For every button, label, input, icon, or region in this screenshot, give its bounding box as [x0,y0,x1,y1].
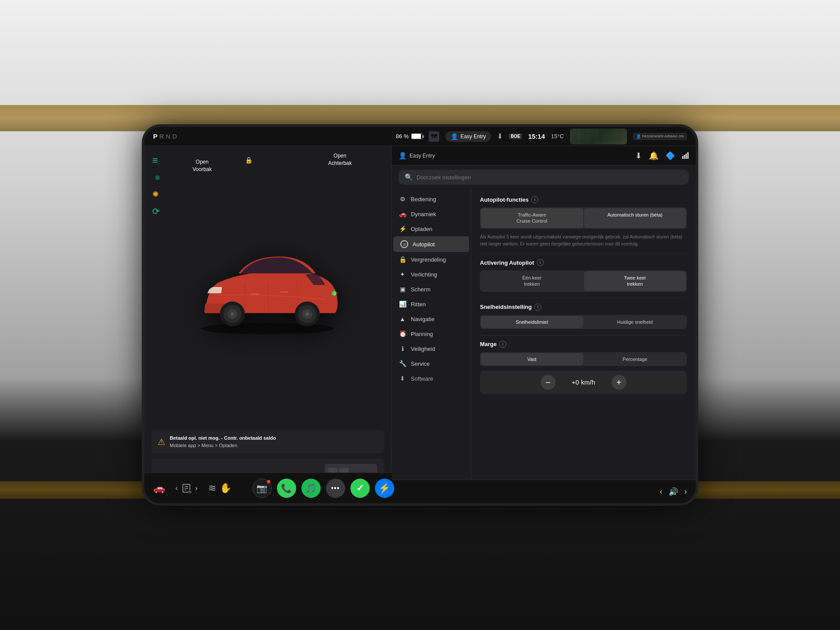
app-check[interactable]: ✓ [350,479,370,498]
snelheidslimiet-label: Snelheidslimiet [516,319,548,325]
easy-entry-label-right: Easy Entry [410,153,435,159]
sidebar-item-ritten[interactable]: 📊 Ritten [392,297,471,312]
activering-btn-group: Één keertrekken Twee keertrekken [480,270,687,292]
easy-entry-right[interactable]: 👤 Easy Entry [399,152,435,160]
functies-btn-group: Traffic-AwareCruise Control Automatisch … [480,207,687,229]
snelheid-title: Snelheidsinstelling i [480,304,687,311]
autopilot-functies-title: Autopilot-functies i [480,196,687,203]
functies-info-icon[interactable]: i [531,196,538,203]
sidebar-item-verlichting[interactable]: ✦ Verlichting [392,267,471,282]
car-view-btn[interactable]: 🚗 [153,480,165,497]
sidebar-item-vergrendeling[interactable]: 🔒 Vergrendeling [392,252,471,267]
search-bar[interactable]: 🔍 [399,170,689,185]
description-text: Als Autopilot 5 keer wordt uitgeschakeld… [480,234,682,246]
hazard-icon[interactable]: ✺ [152,189,160,199]
map-area[interactable] [570,129,627,144]
sidebar-item-software[interactable]: ⬇ Software [392,371,471,386]
automatisch-sturen-btn[interactable]: Automatisch sturen (bèta) [584,208,686,228]
traffic-aware-btn[interactable]: Traffic-AwareCruise Control [481,208,583,228]
easy-entry-badge-top[interactable]: 👤 Easy Entry [445,131,491,142]
hand-heat-icon[interactable]: ✋ [220,480,231,496]
charging-icon[interactable]: ⟳ [152,206,160,217]
vast-btn[interactable]: Vast [481,353,583,365]
functies-title-text: Autopilot-functies [480,196,528,203]
prev-audio-btn[interactable]: ‹ [660,487,662,496]
sidebar-item-navigatie[interactable]: ▲ Navigatie [392,312,471,326]
status-bar: PRND 86 % 🗺 👤 Easy Entr [144,127,696,146]
sidebar-item-scherm[interactable]: ▣ Scherm [392,282,471,297]
marge-info-icon[interactable]: i [499,341,506,348]
settings-top-bar: 👤 Easy Entry ⬇ 🔔 🔷 [392,146,696,165]
time-display: 15:14 [528,133,545,140]
bluetooth-icon-header[interactable]: 🔷 [665,151,675,161]
ritten-icon: 📊 [399,301,406,308]
app-bluetooth[interactable]: ⚡ [375,479,394,498]
sidebar-item-planning[interactable]: ⏰ Planning [392,326,471,341]
sidebar-item-service[interactable]: 🔧 Service [392,356,471,371]
huidige-snelheid-label: Huidige snelheid [617,319,653,325]
activering-info-icon[interactable]: i [537,259,544,266]
volume-icon[interactable]: 🔊 [668,487,678,497]
huidige-snelheid-btn[interactable]: Huidige snelheid [584,316,686,328]
sidebar-item-autopilot[interactable]: ◎ Autopilot [393,236,469,252]
lock-icon: 🔒 [245,157,252,164]
activering-title: Activering Autopilot i [480,259,687,266]
app-camera[interactable]: 📷 [252,479,272,498]
een-keer-btn[interactable]: Één keertrekken [481,271,583,291]
open-achterbak-label[interactable]: Open Achterbak [328,152,352,167]
service-label: Service [411,360,430,367]
map-thumbnail[interactable]: 🗺 [429,131,439,142]
veiligheid-icon: ℹ [399,345,406,352]
search-input[interactable] [416,174,682,181]
svg-rect-14 [251,293,259,295]
warning-sub-text: Mobiele app > Menu > Opladen [170,443,237,448]
boe-badge: BOE [509,133,522,139]
svg-point-11 [305,312,309,315]
twee-keer-btn[interactable]: Twee keertrekken [584,271,686,291]
next-audio-btn[interactable]: › [684,487,687,496]
app-more[interactable]: ••• [326,479,345,498]
navigatie-icon: ▲ [399,315,406,322]
app-media[interactable]: 🎵 [301,479,321,498]
service-icon: 🔧 [399,360,406,367]
app-phone[interactable]: 📞 [277,479,296,498]
plus-label: + [616,378,622,387]
passenger-airbag-indicator: 👤 PASSENGER AIRBAG ON [633,133,687,140]
main-content: ≡ ≡ ✺ ⟳ Open Voorbak 🔒 [144,146,696,503]
sidebar-item-veiligheid[interactable]: ℹ Veiligheid [392,341,471,356]
open-voorbak-label[interactable]: Open Voorbak [192,158,212,173]
settings-taskbar: ‹ 🔊 › [392,480,696,503]
veiligheid-label: Veiligheid [411,346,435,352]
percentage-btn[interactable]: Percentage [584,353,686,365]
warning-triangle-icon: ⚠ [158,437,165,447]
speed-offset-value: +0 km/h [566,378,601,386]
scherm-label: Scherm [411,286,430,293]
snelheidslimiet-btn[interactable]: Snelheidslimiet [481,316,583,328]
download-icon-top[interactable]: ⬇ [497,132,503,140]
signal-icon[interactable] [682,152,689,159]
sidebar-item-bediening[interactable]: ⚙ Bediening [392,192,471,206]
verlichting-icon: ✦ [399,271,406,278]
minus-btn[interactable]: − [541,375,556,390]
svg-line-2 [245,284,245,313]
bell-icon[interactable]: 🔔 [649,151,658,161]
activering-title-text: Activering Autopilot [480,259,534,266]
climate-next[interactable]: › [195,484,197,492]
vergrendeling-icon: 🔒 [399,256,406,263]
marge-section: Marge i Vast Percentage [480,341,687,394]
autopilot-icon: ◎ [400,240,408,248]
fog-lights-icon[interactable]: ≡ [152,173,160,182]
headlights-icon[interactable]: ≡ [152,155,160,166]
offset-value-text: +0 km/h [572,378,595,386]
snelheid-info-icon[interactable]: i [534,304,541,311]
download-icon[interactable]: ⬇ [635,151,642,161]
sidebar-item-opladen[interactable]: ⚡ Opladen [392,221,471,236]
plus-btn[interactable]: + [612,375,626,390]
snelheid-section: Snelheidsinstelling i Snelheidslimiet Hu… [480,304,687,329]
settings-sidebar: ⚙ Bediening 🚗 Dynamiek ⚡ Op [392,189,471,480]
climate-prev[interactable]: ‹ [175,484,178,492]
svg-point-30 [188,490,192,494]
heat-steering-icon[interactable]: ≋ [208,480,216,496]
climate-main-icon[interactable] [181,480,192,496]
sidebar-item-dynamiek[interactable]: 🚗 Dynamiek [392,206,471,221]
